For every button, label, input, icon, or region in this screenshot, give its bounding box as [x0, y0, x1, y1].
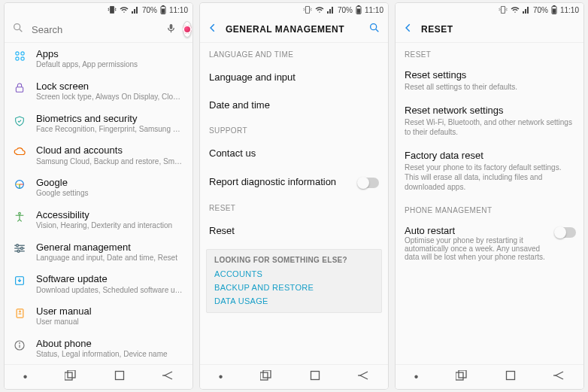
section-reset: RESET — [200, 196, 388, 217]
svg-point-11 — [19, 212, 21, 214]
settings-item-google[interactable]: GoogleGoogle settings — [5, 172, 192, 204]
svg-rect-35 — [263, 370, 271, 378]
toggle-diagnostic[interactable] — [358, 178, 379, 188]
search-icon[interactable] — [368, 22, 380, 37]
section-reset: RESET — [396, 43, 583, 63]
suggestions-box: LOOKING FOR SOMETHING ELSE? ACCOUNTS BAC… — [206, 249, 382, 313]
svg-rect-41 — [456, 372, 463, 380]
battery-icon — [356, 5, 362, 14]
nav-home-icon[interactable] — [114, 370, 125, 384]
settings-item-general[interactable]: General managementLanguage and input, Da… — [5, 236, 192, 269]
svg-point-17 — [17, 250, 20, 252]
content-scroll: RESET Reset settings Reset all settings … — [396, 43, 583, 364]
back-icon[interactable] — [208, 23, 218, 36]
settings-item-biometrics[interactable]: Biometrics and securityFace Recognition,… — [5, 108, 192, 140]
svg-point-5 — [15, 52, 18, 55]
battery-percent: 70% — [142, 6, 157, 14]
mic-icon[interactable] — [165, 23, 177, 37]
row-reset-network[interactable]: Reset network settings Reset Wi-Fi, Blue… — [396, 99, 583, 144]
lockscreen-icon — [12, 81, 27, 94]
nav-menu-icon[interactable]: • — [23, 370, 28, 384]
item-subtitle: Screen lock type, Always On Display, Clo… — [36, 93, 183, 102]
nav-recents-icon[interactable] — [456, 370, 468, 384]
svg-point-21 — [19, 311, 20, 312]
item-title: About phone — [36, 338, 183, 350]
bixby-button[interactable] — [183, 21, 192, 38]
item-title: User manual — [36, 305, 183, 318]
biometrics-icon — [12, 113, 27, 128]
suggestion-link-data-usage[interactable]: DATA USAGE — [214, 294, 374, 308]
settings-item-cloud[interactable]: Cloud and accountsSamsung Cloud, Backup … — [5, 139, 192, 172]
svg-rect-19 — [17, 309, 23, 318]
suggestion-link-accounts[interactable]: ACCOUNTS — [214, 267, 374, 281]
wifi-icon — [315, 5, 324, 14]
about-icon — [12, 338, 27, 351]
nav-back-icon[interactable] — [162, 370, 174, 384]
settings-item-a11y[interactable]: AccessibilityVision, Hearing, Dexterity … — [5, 204, 192, 236]
content-scroll: LANGUAGE AND TIME Language and input Dat… — [200, 43, 388, 364]
nav-back-icon[interactable] — [357, 370, 369, 384]
suggestion-link-backup[interactable]: BACKUP AND RESTORE — [214, 281, 374, 294]
row-reset-settings[interactable]: Reset settings Reset all settings to the… — [396, 63, 583, 99]
item-subtitle: Download updates, Scheduled software upd… — [36, 286, 183, 296]
row-auto-restart[interactable]: Auto restart Optimise your phone by rest… — [396, 219, 583, 268]
settings-item-swupdate[interactable]: Software updateDownload updates, Schedul… — [5, 268, 192, 300]
row-description: Reset Wi-Fi, Bluetooth, and other networ… — [405, 117, 574, 137]
signal-icon — [523, 6, 530, 14]
nav-recents-icon[interactable] — [260, 370, 272, 384]
status-time: 11:10 — [365, 6, 383, 14]
nav-home-icon[interactable] — [310, 370, 320, 384]
settings-item-apps[interactable]: AppsDefault apps, App permissions — [5, 43, 192, 75]
svg-line-33 — [376, 29, 378, 32]
row-description: Optimise your phone by restarting it aut… — [405, 236, 549, 261]
row-title: Reset network settings — [405, 105, 574, 117]
nav-back-icon[interactable] — [553, 370, 565, 384]
nav-menu-icon[interactable]: • — [414, 370, 419, 384]
row-label: Report diagnostic information — [209, 176, 358, 187]
row-description: Reset all settings to their defaults. — [405, 82, 574, 92]
row-language-input[interactable]: Language and input — [200, 63, 388, 91]
search-icon — [12, 22, 24, 37]
svg-point-13 — [17, 244, 19, 246]
nav-bar: • — [5, 364, 192, 389]
wifi-icon — [120, 5, 129, 14]
header-bar: GENERAL MANAGEMENT — [200, 17, 388, 43]
svg-rect-34 — [260, 372, 268, 380]
row-label: Date and time — [209, 99, 379, 111]
search-bar[interactable] — [5, 17, 192, 43]
battery-percent: 70% — [338, 6, 353, 14]
row-date-time[interactable]: Date and time — [200, 91, 388, 119]
svg-rect-39 — [553, 9, 556, 14]
nav-menu-icon[interactable]: • — [219, 370, 223, 384]
row-title: Auto restart — [405, 225, 549, 236]
settings-item-lockscreen[interactable]: Lock screenScreen lock type, Always On D… — [5, 75, 192, 108]
row-contact-us[interactable]: Contact us — [200, 139, 388, 167]
back-icon[interactable] — [403, 23, 414, 36]
svg-point-7 — [15, 57, 18, 60]
vibrate-icon — [499, 5, 508, 14]
row-title: Factory data reset — [405, 150, 574, 163]
item-subtitle: Face Recognition, Fingerprint, Samsung P… — [36, 125, 183, 135]
svg-point-32 — [371, 24, 377, 30]
vibrate-icon — [303, 5, 312, 14]
nav-recents-icon[interactable] — [65, 370, 77, 384]
nav-home-icon[interactable] — [505, 370, 516, 384]
item-title: Software update — [36, 273, 183, 285]
item-title: Cloud and accounts — [36, 144, 183, 156]
row-reset[interactable]: Reset — [200, 217, 388, 245]
row-label: Reset — [209, 225, 379, 236]
cloud-icon — [12, 144, 27, 156]
row-report-diagnostic[interactable]: Report diagnostic information — [200, 167, 388, 196]
row-factory-reset[interactable]: Factory data reset Reset your phone to i… — [396, 144, 583, 199]
wifi-icon — [511, 5, 520, 14]
item-subtitle: Samsung Cloud, Backup and restore, Smart… — [36, 157, 183, 167]
settings-list: AppsDefault apps, App permissionsLock sc… — [5, 43, 192, 364]
svg-rect-1 — [162, 9, 165, 14]
settings-item-about[interactable]: About phoneStatus, Legal information, De… — [5, 333, 192, 364]
svg-rect-2 — [162, 5, 164, 7]
toggle-auto-restart[interactable] — [555, 227, 576, 238]
settings-item-manual[interactable]: User manualUser manual — [5, 300, 192, 333]
svg-rect-27 — [115, 372, 123, 380]
search-input[interactable] — [30, 23, 159, 36]
manual-icon — [12, 305, 27, 320]
